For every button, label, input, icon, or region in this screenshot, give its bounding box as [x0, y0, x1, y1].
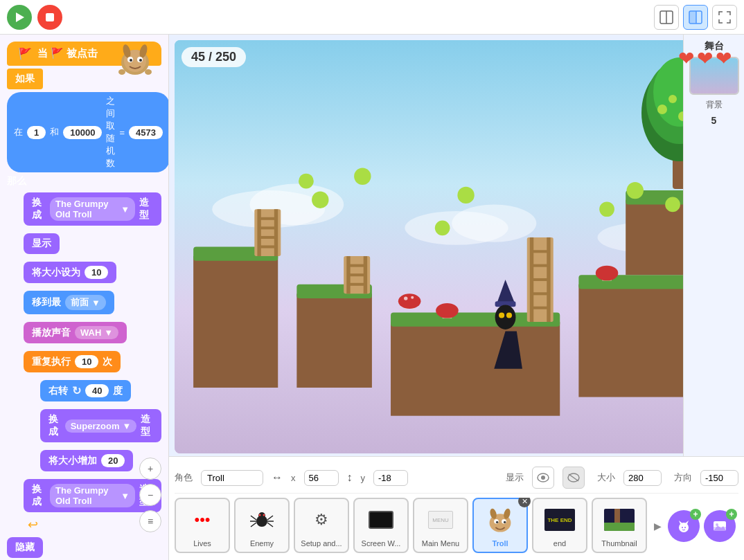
sprite-thumb-setup[interactable]: ⚙ Setup and...: [294, 498, 349, 553]
troll-delete-button[interactable]: ✕: [518, 498, 531, 507]
x-label: x: [291, 473, 296, 483]
sprite-list-scroll-right[interactable]: ▶: [651, 521, 664, 532]
if-block[interactable]: 如果: [7, 69, 43, 89]
score-display: 45 / 250: [181, 47, 246, 67]
add-backdrop-button[interactable]: +: [704, 510, 736, 542]
front-dropdown[interactable]: 前面 ▼: [65, 295, 106, 310]
play-sound-row: 播放声音 WAH ▼: [24, 319, 161, 346]
hide-row: 隐藏: [7, 534, 161, 560]
svg-point-85: [541, 476, 545, 480]
show-block[interactable]: 显示: [24, 233, 60, 254]
toolbar: [0, 0, 744, 35]
condition-block[interactable]: 在 1 和 10000 之间取随机数 = 4573: [7, 92, 169, 172]
size-value[interactable]: 10: [85, 266, 108, 279]
svg-rect-5: [689, 11, 696, 24]
show-eye-button[interactable]: [532, 467, 554, 489]
svg-point-81: [495, 305, 516, 329]
sprite-thumb-thumbnail[interactable]: Thumbnail: [592, 498, 647, 553]
y-label: y: [361, 473, 366, 483]
costume-dropdown-2[interactable]: Superzoom ▼: [65, 419, 137, 433]
green-flag-button[interactable]: [7, 5, 32, 30]
costume-dropdown-1[interactable]: The Grumpy Old Troll ▼: [50, 197, 135, 221]
main-area: 🚩 当 🚩 被点击 如果 在 1 和 10000 之间取随机数 = 4573 那…: [0, 35, 744, 560]
y-input[interactable]: [373, 470, 408, 486]
x-input[interactable]: [304, 470, 339, 486]
thumbnail-preview: [603, 503, 636, 536]
zoom-in-button[interactable]: +: [139, 458, 161, 480]
sprite-name-input[interactable]: [201, 470, 263, 486]
stop-button[interactable]: [37, 5, 62, 30]
switch-block-1[interactable]: 换成 The Grumpy Old Troll ▼ 造型: [24, 192, 161, 226]
repeat-block[interactable]: 重复执行 10 次: [24, 351, 121, 372]
size-change-value[interactable]: 20: [101, 454, 125, 467]
layout-button-2[interactable]: [683, 5, 708, 30]
svg-line-95: [267, 523, 273, 527]
move-front-row: 移到最 前面 ▼: [24, 288, 161, 317]
size-input[interactable]: [623, 470, 662, 486]
svg-point-82: [499, 312, 504, 318]
show-label: 显示: [506, 471, 524, 484]
heart-2: ❤: [697, 47, 713, 70]
turn-value[interactable]: 40: [85, 384, 109, 397]
svg-point-75: [599, 201, 614, 217]
role-label: 角色: [175, 471, 193, 484]
end-preview: THE END: [543, 503, 576, 536]
svg-point-13: [130, 59, 132, 62]
svg-line-90: [251, 516, 256, 520]
svg-point-14: [139, 59, 142, 62]
layout-button-1[interactable]: [654, 5, 679, 30]
svg-point-65: [411, 296, 414, 299]
svg-point-64: [404, 296, 407, 300]
val1-input[interactable]: 1: [27, 126, 46, 139]
right-panel: 45 / 250 ❤ ❤ ❤: [169, 35, 744, 560]
hat-block-label: 当 🚩 被点击: [37, 47, 98, 60]
svg-point-71: [299, 174, 314, 189]
sprite-list-row: ••• Lives: [175, 498, 738, 554]
repeat-value[interactable]: 10: [75, 355, 98, 368]
play-sound-block[interactable]: 播放声音 WAH ▼: [24, 322, 127, 343]
move-front-block[interactable]: 移到最 前面 ▼: [24, 291, 114, 314]
bottom-panel: 角色 ↔ x ↕ y 显示: [169, 456, 744, 560]
troll-preview: [484, 503, 517, 536]
direction-input[interactable]: [700, 470, 738, 486]
size-block[interactable]: 将大小设为 10: [24, 262, 116, 283]
stage-container: 45 / 250 ❤ ❤ ❤: [169, 35, 744, 456]
if-body: 换成 The Grumpy Old Troll ▼ 造型 显示 将大小设为: [7, 190, 161, 515]
svg-point-109: [684, 527, 686, 528]
hide-block[interactable]: 隐藏: [7, 537, 43, 558]
svg-point-76: [627, 182, 644, 199]
svg-point-96: [259, 514, 261, 516]
val3-input[interactable]: 4573: [129, 126, 163, 139]
size-change-block[interactable]: 将大小增加 20: [40, 450, 133, 471]
svg-point-69: [596, 266, 619, 281]
show-block-row: 显示: [24, 231, 161, 257]
turn-right-block[interactable]: 右转 ↻ 40 度: [40, 380, 131, 401]
repeat-row: 重复执行 10 次: [24, 348, 161, 375]
bg-label: 背景: [706, 99, 723, 111]
sprite-thumb-end[interactable]: THE END end: [532, 498, 587, 553]
svg-point-15: [118, 69, 125, 75]
sprite-thumb-lives[interactable]: ••• Lives: [175, 498, 230, 553]
add-sprite-button[interactable]: +: [668, 510, 700, 542]
scroll-buttons: + − ≡: [139, 458, 161, 532]
val2-input[interactable]: 10000: [63, 126, 102, 139]
zoom-out-button[interactable]: −: [139, 484, 161, 506]
setup-preview: ⚙: [305, 503, 338, 536]
and-label: 和: [50, 126, 59, 138]
costume-dropdown-3[interactable]: The Grumpy Old Troll ▼: [50, 484, 135, 507]
sprite-thumb-mainmenu[interactable]: MENU Main Menu: [413, 498, 468, 553]
sprite-thumb-troll[interactable]: ✕: [472, 498, 528, 553]
switch-block-2[interactable]: 换成 Superzoom ▼ 造型: [40, 409, 161, 442]
svg-point-105: [679, 523, 689, 532]
svg-marker-0: [16, 12, 24, 22]
sound-dropdown[interactable]: WAH ▼: [75, 326, 118, 339]
code-panel: 🚩 当 🚩 被点击 如果 在 1 和 10000 之间取随机数 = 4573 那…: [0, 35, 169, 560]
sprite-thumb-screenw[interactable]: Screen W...: [353, 498, 409, 553]
svg-marker-79: [497, 280, 515, 303]
svg-point-29: [452, 204, 536, 242]
center-button[interactable]: ≡: [139, 510, 161, 532]
svg-point-77: [665, 197, 680, 213]
sprite-thumb-enemy[interactable]: Enemy: [234, 498, 290, 553]
hide-eye-button[interactable]: [563, 467, 585, 489]
fullscreen-button[interactable]: [712, 5, 737, 30]
